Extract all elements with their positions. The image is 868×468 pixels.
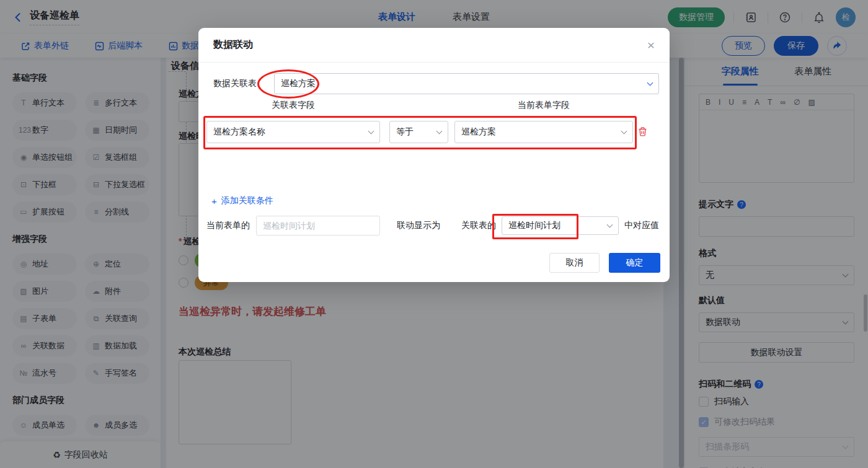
modal-title: 数据联动: [213, 38, 253, 51]
condition-value-select[interactable]: 巡检方案: [454, 121, 633, 143]
delete-condition-button[interactable]: [637, 126, 648, 137]
condition-row: 巡检方案名称 等于 巡检方案: [198, 121, 670, 143]
display-as-label: 联动显示为: [397, 220, 440, 231]
relation-table-select[interactable]: 巡检方案: [274, 73, 659, 94]
modal-footer: 取消 确定: [549, 253, 660, 273]
add-condition-link[interactable]: + 添加关联条件: [211, 195, 273, 206]
linkage-display-row: 当前表单的 联动显示为 关联表的 巡检时间计划 中对应值: [206, 216, 659, 236]
chevron-down-icon: [621, 128, 627, 134]
chevron-down-icon: [368, 128, 374, 134]
current-field-input[interactable]: [256, 216, 380, 236]
current-form-label: 当前表单的: [206, 220, 250, 231]
close-icon[interactable]: ×: [647, 38, 655, 51]
relation-of-label: 关联表的: [461, 220, 496, 231]
relation-table-row: 数据关联表 巡检方案: [213, 73, 659, 94]
app-root: 设备巡检单 表单设计 表单设置 数据管理 检 表单外链: [0, 0, 868, 468]
modal-header: 数据联动 ×: [198, 28, 670, 63]
chevron-down-icon: [436, 128, 443, 134]
suffix-label: 中对应值: [624, 220, 659, 231]
condition-operator-select[interactable]: 等于: [389, 121, 448, 143]
confirm-button[interactable]: 确定: [609, 253, 660, 273]
relation-field-select[interactable]: 巡检时间计划: [502, 216, 619, 235]
plus-icon: +: [211, 196, 217, 206]
cancel-button[interactable]: 取消: [549, 253, 600, 273]
data-linkage-modal: 数据联动 × 数据关联表 巡检方案 关联表字段 当前表单字段 巡检方案名称 等于…: [198, 28, 670, 282]
chevron-down-icon: [607, 221, 613, 227]
column-header-right: 当前表单字段: [454, 100, 633, 111]
column-header-left: 关联表字段: [206, 100, 380, 111]
relation-table-label: 数据关联表: [213, 78, 257, 89]
trash-icon: [637, 126, 648, 137]
condition-field-select[interactable]: 巡检方案名称: [206, 121, 380, 143]
chevron-down-icon: [647, 79, 653, 86]
